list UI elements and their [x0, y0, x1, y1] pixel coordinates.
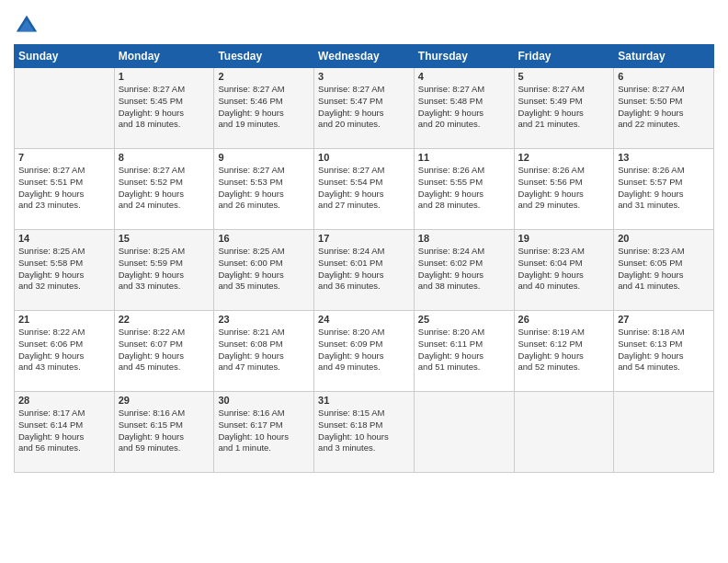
cell-line: Sunrise: 8:15 AM — [318, 408, 410, 419]
cell-line: and 28 minutes. — [418, 200, 510, 212]
cell-line: Daylight: 9 hours — [318, 350, 410, 362]
cell-line: Sunset: 5:59 PM — [119, 258, 210, 270]
calendar-cell: 5Sunrise: 8:27 AMSunset: 5:49 PMDaylight… — [514, 68, 614, 149]
header — [14, 9, 714, 39]
calendar-cell: 3Sunrise: 8:27 AMSunset: 5:47 PMDaylight… — [314, 68, 415, 149]
cell-line: Sunset: 5:55 PM — [418, 177, 510, 189]
cell-text: Sunrise: 8:15 AMSunset: 6:18 PMDaylight:… — [318, 408, 410, 454]
cell-line: Sunset: 5:46 PM — [218, 96, 310, 108]
day-number: 17 — [318, 233, 410, 244]
cell-line: Sunset: 5:52 PM — [119, 177, 210, 189]
calendar-cell: 17Sunrise: 8:24 AMSunset: 6:01 PMDayligh… — [314, 230, 415, 311]
cell-line: Sunrise: 8:16 AM — [218, 408, 310, 419]
cell-text: Sunrise: 8:20 AMSunset: 6:11 PMDaylight:… — [418, 327, 510, 373]
cell-line: Daylight: 9 hours — [218, 108, 310, 120]
cell-text: Sunrise: 8:20 AMSunset: 6:09 PMDaylight:… — [318, 327, 410, 373]
cell-line: Daylight: 9 hours — [218, 270, 310, 282]
day-number: 18 — [418, 233, 510, 244]
cell-line: and 18 minutes. — [119, 119, 210, 131]
cell-line: Daylight: 9 hours — [318, 189, 410, 201]
cell-line: Daylight: 9 hours — [518, 108, 610, 120]
cell-text: Sunrise: 8:18 AMSunset: 6:13 PMDaylight:… — [618, 327, 710, 373]
week-row: 7Sunrise: 8:27 AMSunset: 5:51 PMDaylight… — [15, 149, 714, 230]
cell-text: Sunrise: 8:27 AMSunset: 5:52 PMDaylight:… — [119, 165, 210, 212]
cell-text: Sunrise: 8:22 AMSunset: 6:06 PMDaylight:… — [18, 327, 110, 373]
cell-line: Sunrise: 8:27 AM — [218, 165, 310, 177]
week-row: 21Sunrise: 8:22 AMSunset: 6:06 PMDayligh… — [15, 311, 714, 392]
header-row: SundayMondayTuesdayWednesdayThursdayFrid… — [15, 45, 714, 68]
day-number: 7 — [18, 152, 110, 163]
cell-line: Sunset: 5:58 PM — [18, 258, 110, 270]
cell-line: Daylight: 9 hours — [119, 270, 210, 282]
calendar-cell: 31Sunrise: 8:15 AMSunset: 6:18 PMDayligh… — [314, 392, 415, 473]
cell-line: Daylight: 9 hours — [418, 108, 510, 120]
cell-line: Sunrise: 8:17 AM — [18, 408, 110, 419]
calendar-cell: 26Sunrise: 8:19 AMSunset: 6:12 PMDayligh… — [514, 311, 614, 392]
calendar-cell: 16Sunrise: 8:25 AMSunset: 6:00 PMDayligh… — [214, 230, 314, 311]
cell-line: Sunrise: 8:23 AM — [618, 246, 710, 258]
cell-line: Sunset: 5:49 PM — [518, 96, 610, 108]
cell-line: Sunset: 6:02 PM — [418, 258, 510, 270]
cell-line: Daylight: 9 hours — [618, 350, 710, 362]
cell-text: Sunrise: 8:27 AMSunset: 5:49 PMDaylight:… — [518, 84, 610, 131]
col-header-saturday: Saturday — [614, 45, 714, 68]
cell-line: Daylight: 9 hours — [318, 108, 410, 120]
cell-line: and 51 minutes. — [418, 362, 510, 373]
cell-text: Sunrise: 8:27 AMSunset: 5:47 PMDaylight:… — [318, 84, 410, 131]
cell-line: and 43 minutes. — [18, 362, 110, 373]
cell-line: Sunrise: 8:26 AM — [618, 165, 710, 177]
cell-line: Daylight: 9 hours — [418, 270, 510, 282]
day-number: 30 — [218, 395, 310, 406]
day-number: 29 — [119, 395, 210, 406]
cell-line: and 40 minutes. — [518, 281, 610, 293]
cell-line: and 21 minutes. — [518, 119, 610, 131]
cell-text: Sunrise: 8:24 AMSunset: 6:02 PMDaylight:… — [418, 246, 510, 293]
cell-line: Daylight: 9 hours — [18, 431, 110, 443]
cell-text: Sunrise: 8:21 AMSunset: 6:08 PMDaylight:… — [218, 327, 310, 373]
day-number: 15 — [119, 233, 210, 244]
cell-line: and 27 minutes. — [318, 200, 410, 212]
calendar-cell: 6Sunrise: 8:27 AMSunset: 5:50 PMDaylight… — [614, 68, 714, 149]
calendar-cell: 13Sunrise: 8:26 AMSunset: 5:57 PMDayligh… — [614, 149, 714, 230]
cell-line: Sunrise: 8:22 AM — [18, 327, 110, 339]
calendar-cell: 9Sunrise: 8:27 AMSunset: 5:53 PMDaylight… — [214, 149, 314, 230]
cell-text: Sunrise: 8:27 AMSunset: 5:51 PMDaylight:… — [18, 165, 110, 212]
cell-line: Sunrise: 8:27 AM — [18, 165, 110, 177]
cell-line: Sunset: 5:47 PM — [318, 96, 410, 108]
cell-line: Sunrise: 8:27 AM — [119, 165, 210, 177]
cell-line: and 35 minutes. — [218, 281, 310, 293]
calendar-cell: 11Sunrise: 8:26 AMSunset: 5:55 PMDayligh… — [414, 149, 514, 230]
week-row: 28Sunrise: 8:17 AMSunset: 6:14 PMDayligh… — [15, 392, 714, 473]
cell-line: Sunrise: 8:20 AM — [318, 327, 410, 339]
cell-line: and 22 minutes. — [618, 119, 710, 131]
cell-line: Daylight: 9 hours — [518, 350, 610, 362]
cell-line: Sunset: 6:11 PM — [418, 339, 510, 350]
cell-line: and 56 minutes. — [18, 442, 110, 454]
col-header-friday: Friday — [514, 45, 614, 68]
calendar-cell: 23Sunrise: 8:21 AMSunset: 6:08 PMDayligh… — [214, 311, 314, 392]
calendar-cell: 19Sunrise: 8:23 AMSunset: 6:04 PMDayligh… — [514, 230, 614, 311]
cell-line: Sunrise: 8:18 AM — [618, 327, 710, 339]
day-number: 28 — [18, 395, 110, 406]
calendar-table: SundayMondayTuesdayWednesdayThursdayFrid… — [14, 44, 714, 473]
cell-line: and 41 minutes. — [618, 281, 710, 293]
cell-line: Sunset: 6:15 PM — [119, 419, 210, 431]
day-number: 2 — [218, 71, 310, 82]
cell-line: and 45 minutes. — [119, 362, 210, 373]
cell-line: Sunrise: 8:25 AM — [18, 246, 110, 258]
calendar-cell: 1Sunrise: 8:27 AMSunset: 5:45 PMDaylight… — [114, 68, 214, 149]
cell-line: and 29 minutes. — [518, 200, 610, 212]
day-number: 3 — [318, 71, 410, 82]
cell-line: and 26 minutes. — [218, 200, 310, 212]
day-number: 4 — [418, 71, 510, 82]
col-header-tuesday: Tuesday — [214, 45, 314, 68]
cell-text: Sunrise: 8:19 AMSunset: 6:12 PMDaylight:… — [518, 327, 610, 373]
day-number: 21 — [18, 314, 110, 325]
cell-text: Sunrise: 8:26 AMSunset: 5:57 PMDaylight:… — [618, 165, 710, 212]
cell-line: Sunset: 6:18 PM — [318, 419, 410, 431]
cell-text: Sunrise: 8:25 AMSunset: 5:59 PMDaylight:… — [119, 246, 210, 293]
logo — [14, 13, 41, 39]
cell-line: Sunrise: 8:27 AM — [518, 84, 610, 96]
day-number: 31 — [318, 395, 410, 406]
cell-text: Sunrise: 8:17 AMSunset: 6:14 PMDaylight:… — [18, 408, 110, 454]
